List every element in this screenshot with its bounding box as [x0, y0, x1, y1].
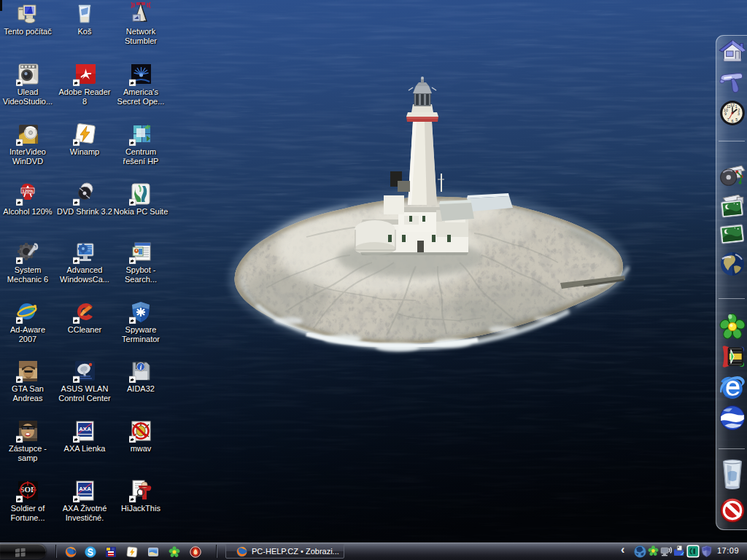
svg-text:1: 1	[735, 104, 738, 109]
svg-text:i: i	[140, 363, 142, 371]
svg-text:5: 5	[735, 117, 738, 122]
svg-text:120%: 120%	[22, 189, 34, 193]
svg-text:AXA: AXA	[79, 486, 91, 492]
svg-text:12: 12	[730, 103, 735, 107]
svg-text:3: 3	[738, 112, 740, 116]
svg-text:2: 2	[738, 108, 740, 112]
svg-text:9: 9	[724, 112, 727, 116]
svg-text:7: 7	[727, 117, 729, 122]
svg-text:6: 6	[732, 119, 734, 123]
svg-text:10: 10	[724, 108, 728, 112]
svg-text:AXA: AXA	[79, 426, 91, 432]
